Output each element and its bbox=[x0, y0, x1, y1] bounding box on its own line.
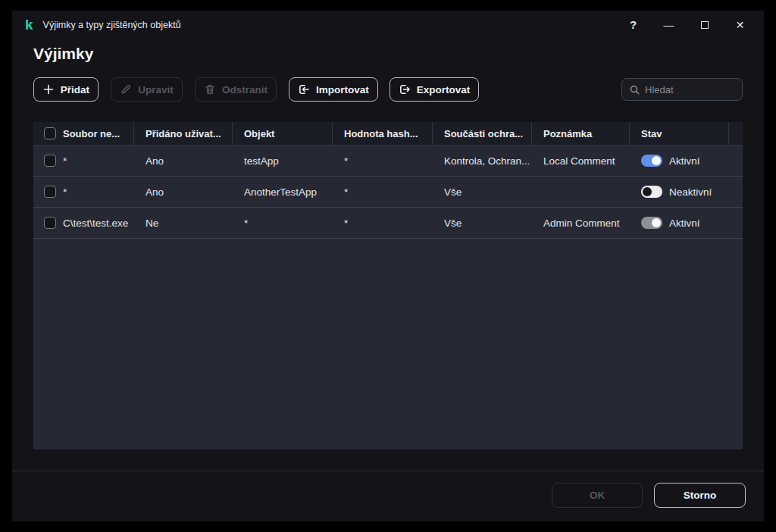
cancel-button[interactable]: Storno bbox=[654, 483, 746, 508]
close-icon: ✕ bbox=[736, 19, 745, 31]
help-button[interactable]: ? bbox=[615, 11, 651, 39]
table-header: Soubor ne... Přidáno uživat... Objekt Ho… bbox=[33, 122, 743, 146]
row-checkbox[interactable] bbox=[44, 155, 56, 167]
cell-hash: * bbox=[333, 177, 433, 207]
header-hash-label: Hodnota hash... bbox=[344, 128, 418, 139]
page-title: Výjimky bbox=[33, 45, 93, 63]
add-button[interactable]: Přidat bbox=[33, 77, 99, 102]
header-object: Objekt bbox=[233, 122, 333, 145]
edit-button[interactable]: Upravit bbox=[111, 77, 183, 102]
footer-divider bbox=[12, 471, 764, 471]
plus-icon bbox=[42, 83, 55, 95]
toggle-knob bbox=[652, 156, 661, 165]
header-file: Soubor ne... bbox=[33, 122, 134, 145]
export-button-label: Exportovat bbox=[417, 84, 471, 95]
header-comment-label: Poznámka bbox=[543, 128, 592, 139]
maximize-button[interactable] bbox=[687, 11, 722, 39]
close-button[interactable]: ✕ bbox=[722, 11, 758, 39]
state-label: Aktivní bbox=[669, 155, 700, 167]
cell-state: Aktivní bbox=[630, 146, 729, 176]
select-all-checkbox[interactable] bbox=[44, 127, 56, 139]
header-hash: Hodnota hash... bbox=[333, 122, 433, 145]
add-button-label: Přidat bbox=[61, 84, 89, 95]
table-row[interactable]: * Ano AnotherTestApp * Vše Neaktivní bbox=[33, 177, 743, 208]
window-title: Výjimky a typy zjištěných objektů bbox=[43, 20, 181, 30]
app-window: k Výjimky a typy zjištěných objektů ? — … bbox=[12, 11, 764, 521]
row-checkbox[interactable] bbox=[44, 186, 56, 198]
header-file-label: Soubor ne... bbox=[63, 128, 120, 139]
import-button-label: Importovat bbox=[316, 84, 369, 95]
header-state: Stav bbox=[630, 122, 729, 145]
cell-file: * bbox=[63, 155, 67, 167]
cell-file: * bbox=[63, 186, 67, 198]
header-added-by-user: Přidáno uživat... bbox=[134, 122, 233, 145]
cell-hash: * bbox=[333, 146, 433, 176]
search-box bbox=[621, 78, 743, 101]
delete-button-label: Odstranit bbox=[222, 84, 268, 95]
cell-comment: Admin Comment bbox=[532, 208, 630, 238]
cell-state: Neaktivní bbox=[630, 177, 729, 207]
row-checkbox[interactable] bbox=[44, 217, 56, 229]
header-spacer bbox=[729, 122, 743, 145]
toggle-knob bbox=[643, 187, 652, 196]
table-row[interactable]: C\test\test.exe Ne * * Vše Admin Comment… bbox=[33, 208, 743, 239]
cell-components: Vše bbox=[433, 177, 532, 207]
search-input[interactable] bbox=[645, 84, 735, 95]
header-comment: Poznámka bbox=[532, 122, 630, 145]
header-state-label: Stav bbox=[641, 128, 662, 139]
header-components: Součásti ochra... bbox=[433, 122, 532, 145]
cell-components: Kontrola, Ochran... bbox=[433, 146, 532, 176]
cell-comment bbox=[532, 177, 630, 207]
state-label: Aktivní bbox=[669, 217, 700, 229]
pencil-icon bbox=[120, 83, 132, 95]
cell-hash: * bbox=[333, 208, 433, 238]
window-controls: ? — ✕ bbox=[615, 11, 758, 39]
cell-file: C\test\test.exe bbox=[63, 217, 128, 229]
import-icon bbox=[298, 83, 310, 95]
cell-comment: Local Comment bbox=[532, 146, 630, 176]
edit-button-label: Upravit bbox=[138, 84, 174, 95]
export-icon bbox=[399, 83, 411, 95]
cell-object: testApp bbox=[233, 146, 333, 176]
header-added-label: Přidáno uživat... bbox=[146, 128, 221, 139]
header-object-label: Objekt bbox=[244, 128, 274, 139]
state-toggle[interactable] bbox=[641, 155, 662, 167]
minimize-button[interactable]: — bbox=[651, 11, 687, 39]
state-toggle[interactable] bbox=[641, 186, 662, 198]
minimize-icon: — bbox=[664, 19, 674, 31]
table-row[interactable]: * Ano testApp * Kontrola, Ochran... Loca… bbox=[33, 146, 743, 177]
cell-added-by-user: Ano bbox=[134, 146, 233, 176]
header-components-label: Součásti ochra... bbox=[444, 128, 523, 139]
cell-object: AnotherTestApp bbox=[233, 177, 333, 207]
state-label: Neaktivní bbox=[669, 186, 712, 198]
titlebar: k Výjimky a typy zjištěných objektů ? — … bbox=[12, 11, 764, 39]
kaspersky-logo-icon: k bbox=[25, 17, 33, 32]
import-button[interactable]: Importovat bbox=[289, 77, 378, 102]
help-icon: ? bbox=[630, 18, 637, 31]
exclusions-table: Soubor ne... Přidáno uživat... Objekt Ho… bbox=[33, 122, 743, 449]
cell-state: Aktivní bbox=[630, 208, 729, 238]
trash-icon bbox=[204, 83, 216, 95]
toggle-knob bbox=[652, 218, 661, 227]
cell-added-by-user: Ne bbox=[134, 208, 233, 238]
ok-button[interactable]: OK bbox=[552, 483, 643, 508]
maximize-icon bbox=[701, 21, 709, 29]
cell-object: * bbox=[233, 208, 333, 238]
state-toggle[interactable] bbox=[641, 217, 662, 229]
search-icon bbox=[629, 84, 640, 95]
delete-button[interactable]: Odstranit bbox=[195, 77, 277, 102]
cell-components: Vše bbox=[433, 208, 532, 238]
export-button[interactable]: Exportovat bbox=[390, 77, 479, 102]
cell-added-by-user: Ano bbox=[134, 177, 233, 207]
